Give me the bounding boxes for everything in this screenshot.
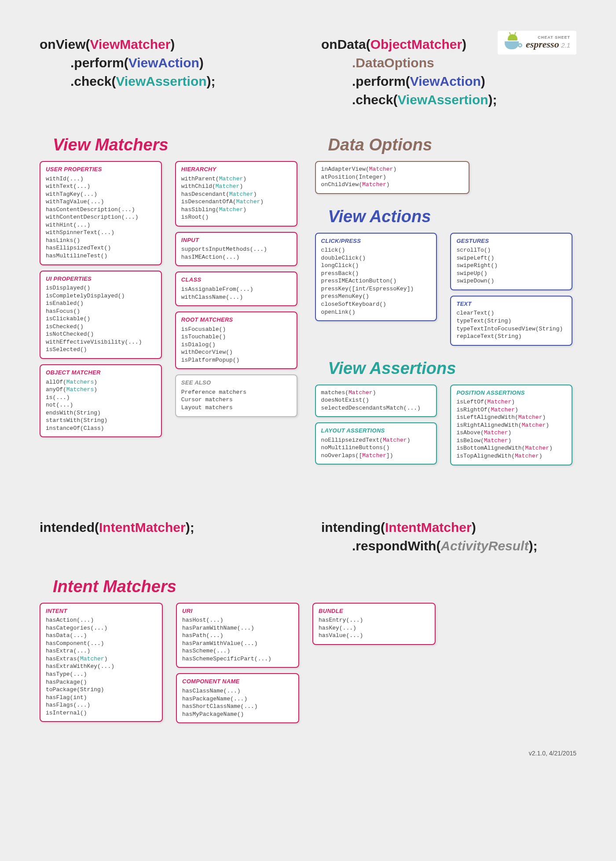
logo-version: 2.1: [561, 41, 570, 49]
intent-box: INTENT hasAction(...)hasCategories(...)h…: [40, 603, 163, 722]
position-assertions-box: POSITION ASSERTIONS isLeftOf(Matcher)isR…: [450, 385, 572, 465]
intent-matchers-title: Intent Matchers: [53, 577, 576, 596]
see-also-box: SEE ALSO Preference matchersCursor match…: [175, 374, 297, 417]
bundle-box: BUNDLE hasEntry(...)hasKey(...)hasValue(…: [312, 603, 436, 645]
assertions-main-box: matches(Matcher)doesNotExist()selectedDe…: [315, 385, 437, 418]
uri-box: URI hasHost(...)hasParamWithName(...)has…: [176, 603, 299, 668]
class-box: CLASS isAssignableFrom(...)withClassName…: [175, 271, 297, 306]
user-properties-box: USER PROPERTIES withId(...)withText(...)…: [40, 161, 162, 265]
view-actions-title: View Actions: [328, 207, 573, 226]
data-options-box: inAdapterView(Matcher)atPosition(Integer…: [315, 161, 469, 194]
espresso-logo: CHEAT SHEET espresso 2.1: [498, 31, 576, 55]
view-matchers-title: View Matchers: [53, 136, 297, 154]
ui-properties-box: UI PROPERTIES isDisplayed()isCompletelyD…: [40, 271, 162, 359]
layout-assertions-box: LAYOUT ASSERTIONS noEllipseizedText(Matc…: [315, 422, 437, 465]
view-assertions-title: View Assertions: [328, 359, 573, 378]
root-matchers-box: ROOT MATCHERS isFocusable()isTouchable()…: [175, 311, 297, 369]
logo-name: espresso: [526, 39, 559, 50]
data-options-title: Data Options: [328, 136, 573, 154]
object-matcher-box: OBJECT MATCHER allOf(Matchers)anyOf(Matc…: [40, 364, 162, 437]
input-box: INPUT supportsInputMethods(...)hasIMEAct…: [175, 232, 297, 267]
component-name-box: COMPONENT NAME hasClassName(...)hasPacka…: [176, 673, 299, 723]
click-press-box: CLICK/PRESS click()doubleClick()longClic…: [315, 233, 437, 321]
intended-syntax: intended(IntentMatcher);: [40, 518, 295, 537]
hierarchy-box: HIERARCHY withParent(Matcher)withChild(M…: [175, 161, 297, 227]
text-box: TEXT clearText()typeText(String)typeText…: [450, 296, 572, 346]
espresso-cup-icon: [504, 34, 521, 50]
onview-syntax: onView(ViewMatcher) .perform(ViewAction)…: [40, 35, 295, 91]
intending-syntax: intending(IntentMatcher) .respondWith(Ac…: [321, 518, 576, 555]
gestures-box: GESTURES scrollTo()swipeLeft()swipeRight…: [450, 233, 572, 290]
footer-version: v2.1.0, 4/21/2015: [40, 750, 576, 757]
